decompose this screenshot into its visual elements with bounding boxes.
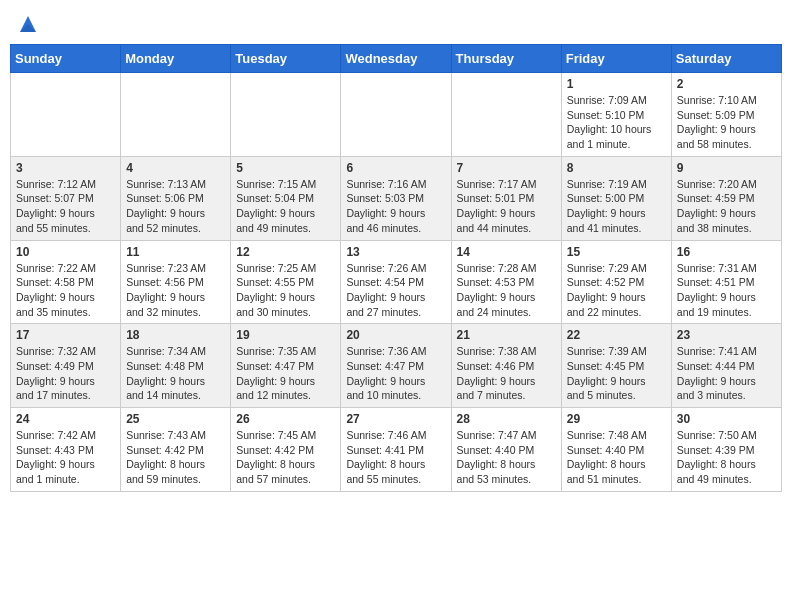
page-header xyxy=(10,10,782,38)
day-number: 16 xyxy=(677,245,776,259)
calendar-day-22: 22Sunrise: 7:39 AM Sunset: 4:45 PM Dayli… xyxy=(561,324,671,408)
day-number: 23 xyxy=(677,328,776,342)
calendar-day-17: 17Sunrise: 7:32 AM Sunset: 4:49 PM Dayli… xyxy=(11,324,121,408)
calendar-week-row: 3Sunrise: 7:12 AM Sunset: 5:07 PM Daylig… xyxy=(11,156,782,240)
day-content: Sunrise: 7:12 AM Sunset: 5:07 PM Dayligh… xyxy=(16,177,115,236)
day-content: Sunrise: 7:28 AM Sunset: 4:53 PM Dayligh… xyxy=(457,261,556,320)
day-content: Sunrise: 7:46 AM Sunset: 4:41 PM Dayligh… xyxy=(346,428,445,487)
day-number: 17 xyxy=(16,328,115,342)
day-number: 3 xyxy=(16,161,115,175)
calendar-week-row: 17Sunrise: 7:32 AM Sunset: 4:49 PM Dayli… xyxy=(11,324,782,408)
day-content: Sunrise: 7:39 AM Sunset: 4:45 PM Dayligh… xyxy=(567,344,666,403)
day-content: Sunrise: 7:36 AM Sunset: 4:47 PM Dayligh… xyxy=(346,344,445,403)
day-content: Sunrise: 7:38 AM Sunset: 4:46 PM Dayligh… xyxy=(457,344,556,403)
calendar-day-8: 8Sunrise: 7:19 AM Sunset: 5:00 PM Daylig… xyxy=(561,156,671,240)
day-content: Sunrise: 7:41 AM Sunset: 4:44 PM Dayligh… xyxy=(677,344,776,403)
day-content: Sunrise: 7:31 AM Sunset: 4:51 PM Dayligh… xyxy=(677,261,776,320)
calendar-header-friday: Friday xyxy=(561,45,671,73)
calendar-day-30: 30Sunrise: 7:50 AM Sunset: 4:39 PM Dayli… xyxy=(671,408,781,492)
calendar-day-6: 6Sunrise: 7:16 AM Sunset: 5:03 PM Daylig… xyxy=(341,156,451,240)
calendar-week-row: 24Sunrise: 7:42 AM Sunset: 4:43 PM Dayli… xyxy=(11,408,782,492)
day-content: Sunrise: 7:50 AM Sunset: 4:39 PM Dayligh… xyxy=(677,428,776,487)
day-content: Sunrise: 7:42 AM Sunset: 4:43 PM Dayligh… xyxy=(16,428,115,487)
day-number: 19 xyxy=(236,328,335,342)
calendar-day-18: 18Sunrise: 7:34 AM Sunset: 4:48 PM Dayli… xyxy=(121,324,231,408)
day-number: 27 xyxy=(346,412,445,426)
day-content: Sunrise: 7:15 AM Sunset: 5:04 PM Dayligh… xyxy=(236,177,335,236)
day-number: 8 xyxy=(567,161,666,175)
calendar-header-tuesday: Tuesday xyxy=(231,45,341,73)
logo xyxy=(16,14,40,34)
day-content: Sunrise: 7:29 AM Sunset: 4:52 PM Dayligh… xyxy=(567,261,666,320)
calendar-day-21: 21Sunrise: 7:38 AM Sunset: 4:46 PM Dayli… xyxy=(451,324,561,408)
day-content: Sunrise: 7:16 AM Sunset: 5:03 PM Dayligh… xyxy=(346,177,445,236)
day-number: 12 xyxy=(236,245,335,259)
calendar-day-4: 4Sunrise: 7:13 AM Sunset: 5:06 PM Daylig… xyxy=(121,156,231,240)
day-number: 6 xyxy=(346,161,445,175)
calendar-header-row: SundayMondayTuesdayWednesdayThursdayFrid… xyxy=(11,45,782,73)
day-number: 13 xyxy=(346,245,445,259)
calendar-day-2: 2Sunrise: 7:10 AM Sunset: 5:09 PM Daylig… xyxy=(671,73,781,157)
calendar-day-5: 5Sunrise: 7:15 AM Sunset: 5:04 PM Daylig… xyxy=(231,156,341,240)
day-number: 10 xyxy=(16,245,115,259)
calendar-header-sunday: Sunday xyxy=(11,45,121,73)
calendar-day-9: 9Sunrise: 7:20 AM Sunset: 4:59 PM Daylig… xyxy=(671,156,781,240)
calendar-day-29: 29Sunrise: 7:48 AM Sunset: 4:40 PM Dayli… xyxy=(561,408,671,492)
day-number: 1 xyxy=(567,77,666,91)
calendar-day-11: 11Sunrise: 7:23 AM Sunset: 4:56 PM Dayli… xyxy=(121,240,231,324)
day-content: Sunrise: 7:20 AM Sunset: 4:59 PM Dayligh… xyxy=(677,177,776,236)
calendar-day-13: 13Sunrise: 7:26 AM Sunset: 4:54 PM Dayli… xyxy=(341,240,451,324)
day-number: 25 xyxy=(126,412,225,426)
calendar-day-28: 28Sunrise: 7:47 AM Sunset: 4:40 PM Dayli… xyxy=(451,408,561,492)
day-number: 7 xyxy=(457,161,556,175)
calendar-day-15: 15Sunrise: 7:29 AM Sunset: 4:52 PM Dayli… xyxy=(561,240,671,324)
calendar-day-20: 20Sunrise: 7:36 AM Sunset: 4:47 PM Dayli… xyxy=(341,324,451,408)
day-number: 28 xyxy=(457,412,556,426)
calendar-day-24: 24Sunrise: 7:42 AM Sunset: 4:43 PM Dayli… xyxy=(11,408,121,492)
day-content: Sunrise: 7:09 AM Sunset: 5:10 PM Dayligh… xyxy=(567,93,666,152)
day-content: Sunrise: 7:35 AM Sunset: 4:47 PM Dayligh… xyxy=(236,344,335,403)
day-number: 24 xyxy=(16,412,115,426)
day-number: 18 xyxy=(126,328,225,342)
calendar-empty-cell xyxy=(11,73,121,157)
calendar-empty-cell xyxy=(451,73,561,157)
calendar-header-monday: Monday xyxy=(121,45,231,73)
calendar-week-row: 1Sunrise: 7:09 AM Sunset: 5:10 PM Daylig… xyxy=(11,73,782,157)
day-content: Sunrise: 7:26 AM Sunset: 4:54 PM Dayligh… xyxy=(346,261,445,320)
day-number: 15 xyxy=(567,245,666,259)
calendar-day-3: 3Sunrise: 7:12 AM Sunset: 5:07 PM Daylig… xyxy=(11,156,121,240)
day-content: Sunrise: 7:17 AM Sunset: 5:01 PM Dayligh… xyxy=(457,177,556,236)
day-number: 14 xyxy=(457,245,556,259)
logo-icon xyxy=(18,14,38,34)
day-number: 20 xyxy=(346,328,445,342)
day-number: 9 xyxy=(677,161,776,175)
calendar-day-19: 19Sunrise: 7:35 AM Sunset: 4:47 PM Dayli… xyxy=(231,324,341,408)
calendar-header-thursday: Thursday xyxy=(451,45,561,73)
day-content: Sunrise: 7:32 AM Sunset: 4:49 PM Dayligh… xyxy=(16,344,115,403)
calendar-day-23: 23Sunrise: 7:41 AM Sunset: 4:44 PM Dayli… xyxy=(671,324,781,408)
day-number: 29 xyxy=(567,412,666,426)
day-number: 30 xyxy=(677,412,776,426)
day-content: Sunrise: 7:34 AM Sunset: 4:48 PM Dayligh… xyxy=(126,344,225,403)
day-content: Sunrise: 7:22 AM Sunset: 4:58 PM Dayligh… xyxy=(16,261,115,320)
calendar-day-12: 12Sunrise: 7:25 AM Sunset: 4:55 PM Dayli… xyxy=(231,240,341,324)
day-number: 2 xyxy=(677,77,776,91)
day-content: Sunrise: 7:13 AM Sunset: 5:06 PM Dayligh… xyxy=(126,177,225,236)
calendar-week-row: 10Sunrise: 7:22 AM Sunset: 4:58 PM Dayli… xyxy=(11,240,782,324)
day-content: Sunrise: 7:43 AM Sunset: 4:42 PM Dayligh… xyxy=(126,428,225,487)
day-number: 21 xyxy=(457,328,556,342)
day-content: Sunrise: 7:23 AM Sunset: 4:56 PM Dayligh… xyxy=(126,261,225,320)
day-number: 5 xyxy=(236,161,335,175)
day-content: Sunrise: 7:47 AM Sunset: 4:40 PM Dayligh… xyxy=(457,428,556,487)
calendar-empty-cell xyxy=(121,73,231,157)
day-content: Sunrise: 7:19 AM Sunset: 5:00 PM Dayligh… xyxy=(567,177,666,236)
day-content: Sunrise: 7:10 AM Sunset: 5:09 PM Dayligh… xyxy=(677,93,776,152)
calendar-day-1: 1Sunrise: 7:09 AM Sunset: 5:10 PM Daylig… xyxy=(561,73,671,157)
calendar-day-10: 10Sunrise: 7:22 AM Sunset: 4:58 PM Dayli… xyxy=(11,240,121,324)
day-number: 22 xyxy=(567,328,666,342)
calendar-header-wednesday: Wednesday xyxy=(341,45,451,73)
day-content: Sunrise: 7:25 AM Sunset: 4:55 PM Dayligh… xyxy=(236,261,335,320)
day-number: 11 xyxy=(126,245,225,259)
calendar-day-27: 27Sunrise: 7:46 AM Sunset: 4:41 PM Dayli… xyxy=(341,408,451,492)
calendar-header-saturday: Saturday xyxy=(671,45,781,73)
